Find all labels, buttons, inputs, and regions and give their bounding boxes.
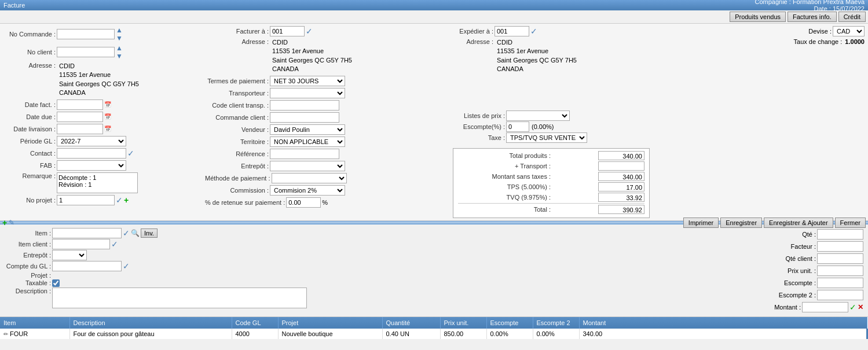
escompte-item-input[interactable] — [817, 278, 863, 288]
item-check-icon[interactable]: ✓ — [123, 229, 130, 238]
contact-input[interactable] — [57, 148, 126, 159]
qte-input[interactable] — [817, 229, 863, 240]
tvq-label: TVQ (9.975%) : — [458, 194, 551, 201]
col-projet: Projet — [278, 317, 382, 329]
devise-select[interactable]: CAD — [833, 26, 865, 36]
down-arrow-icon[interactable]: ▼ — [116, 34, 123, 42]
listes-prix-select[interactable] — [506, 110, 570, 121]
fermer-button[interactable]: Fermer — [835, 218, 866, 228]
vendeur-select[interactable]: David Poulin — [270, 124, 345, 135]
montant-confirm-icon[interactable]: ✓ — [849, 303, 856, 312]
add-row-icon[interactable]: + — [2, 218, 7, 227]
montant-sans-taxes-value: 340.00 — [598, 172, 644, 181]
no-client-label: No client : — [3, 49, 56, 56]
commission-label: Commission : — [205, 187, 269, 194]
col-montant: Montant — [579, 317, 867, 329]
entrepot-item-select[interactable] — [52, 250, 87, 260]
cell-quantite: 0.40 UN — [382, 329, 440, 339]
commission-row: Commission : Commision 2% — [205, 185, 448, 196]
item-client-input[interactable] — [52, 239, 110, 249]
commande-client-input[interactable] — [270, 112, 339, 123]
expedier-a-input[interactable] — [495, 26, 529, 36]
reference-input[interactable] — [270, 149, 339, 159]
client-up-arrow[interactable]: ▲ — [116, 44, 123, 52]
montant-sans-taxes-label: Montant sans taxes : — [458, 173, 551, 180]
taxe-row: Taxe : TPS/TVQ SUR VENTES — [453, 132, 650, 143]
credit-button[interactable]: Crédit — [838, 12, 866, 22]
contact-check-icon[interactable]: ✓ — [127, 149, 134, 158]
qte-client-input[interactable] — [817, 253, 863, 264]
item-input[interactable] — [52, 228, 122, 238]
date-fact-input[interactable] — [57, 100, 103, 110]
projet-item-label: Projet : — [5, 272, 51, 279]
edit-row-icon[interactable]: ✏ — [3, 331, 8, 337]
compte-gl-input[interactable] — [52, 261, 122, 271]
transport-value — [598, 161, 644, 171]
pc-retenue-label: % de retenue sur paiement : — [205, 199, 285, 206]
produits-vendus-button[interactable]: Produits vendus — [730, 12, 786, 22]
montant-item-row: Montant : ✓ ✕ — [755, 302, 863, 312]
facturer-a-row: Facturer à : ✓ — [205, 26, 448, 36]
termes-paiement-select[interactable]: NET 30 JOURS — [270, 76, 345, 86]
factures-info-button[interactable]: Factures info. — [788, 12, 837, 22]
prix-unit-label: Prix unit. : — [770, 267, 816, 274]
methode-paiement-select[interactable] — [272, 173, 347, 183]
transporteur-select[interactable] — [270, 88, 345, 98]
description-item-textarea[interactable] — [52, 288, 307, 308]
remarque-textarea[interactable]: Décompte : 1 Révision : 1 — [57, 172, 138, 193]
pc-retenue-input[interactable] — [286, 197, 321, 208]
item-search-icon[interactable]: 🔍 — [131, 229, 140, 237]
territoire-select[interactable]: NON APPLICABLE — [270, 137, 345, 147]
commission-select[interactable]: Commision 2% — [270, 185, 345, 196]
entrepot-select[interactable] — [270, 161, 345, 171]
no-client-input[interactable] — [57, 47, 115, 57]
item-client-check-icon[interactable]: ✓ — [111, 240, 118, 249]
enregistrer-button[interactable]: Enregistrer — [720, 218, 762, 228]
client-down-arrow[interactable]: ▼ — [116, 52, 123, 60]
escompte-item-row: Escompte : — [770, 278, 863, 288]
expedier-check-icon[interactable]: ✓ — [530, 27, 537, 36]
escompte2-item-input[interactable] — [817, 290, 863, 300]
compte-gl-check-icon[interactable]: ✓ — [123, 261, 130, 271]
devise-row: Devise : CAD — [808, 26, 865, 36]
taxable-checkbox[interactable] — [52, 279, 60, 287]
enregistrer-ajouter-button[interactable]: Enregistrer & Ajouter — [764, 218, 833, 228]
tvq-row: TVQ (9.975%) : 33.92 — [458, 193, 644, 202]
table-row[interactable]: ✏ FOUR Four de cuisson pour gâteau 4000 … — [0, 329, 867, 339]
expedier-a-row: Expédier à : ✓ — [453, 26, 650, 36]
no-commande-row: No Commande : ▲ ▼ — [3, 26, 200, 42]
facturer-adresse-label: Adresse : — [205, 38, 269, 45]
date-due-input[interactable] — [57, 112, 103, 122]
projet-add-icon[interactable]: + — [124, 196, 129, 205]
inv-button[interactable]: Inv. — [141, 229, 158, 238]
facturer-a-input[interactable] — [270, 26, 305, 36]
taux-change-row: Taux de change : 1.0000 — [794, 38, 865, 45]
montant-item-input[interactable] — [802, 302, 848, 312]
prix-unit-input[interactable] — [817, 266, 863, 276]
escompte-suffix: (0.00%) — [532, 123, 554, 130]
edit-icon[interactable]: ✎ — [9, 219, 14, 227]
imprimer-button[interactable]: Imprimer — [683, 218, 719, 228]
escompte-label: Escompte(%) : — [453, 123, 505, 130]
fab-select[interactable] — [57, 160, 126, 171]
facteur-input[interactable] — [817, 241, 863, 252]
no-commande-input[interactable] — [57, 29, 115, 39]
projet-check-icon[interactable]: ✓ — [116, 196, 123, 205]
periode-gl-select[interactable]: 2022-7 — [57, 136, 126, 146]
table-area: Item Description Code GL Projet Quantité… — [0, 317, 868, 339]
montant-cancel-icon[interactable]: ✕ — [858, 303, 863, 311]
date-livraison-input[interactable] — [57, 124, 103, 134]
taxe-select[interactable]: TPS/TVQ SUR VENTES — [506, 132, 587, 143]
up-arrow-icon[interactable]: ▲ — [116, 26, 123, 34]
code-client-transp-input[interactable] — [270, 100, 339, 110]
date-due-calendar-icon[interactable]: 📅 — [104, 113, 111, 120]
date-livraison-calendar-icon[interactable]: 📅 — [104, 126, 111, 132]
facturer-a-label: Facturer à : — [205, 28, 269, 35]
facturer-check-icon[interactable]: ✓ — [306, 27, 313, 36]
date-fact-calendar-icon[interactable]: 📅 — [104, 101, 111, 108]
company-info: Compagnie : Formation Prextra Maéva Date… — [755, 0, 865, 12]
escompte-input[interactable] — [506, 121, 529, 132]
no-projet-input[interactable] — [57, 195, 115, 205]
col-prixunit: Prix unit. — [440, 317, 486, 329]
commande-client-row: Commande client : — [205, 112, 448, 123]
